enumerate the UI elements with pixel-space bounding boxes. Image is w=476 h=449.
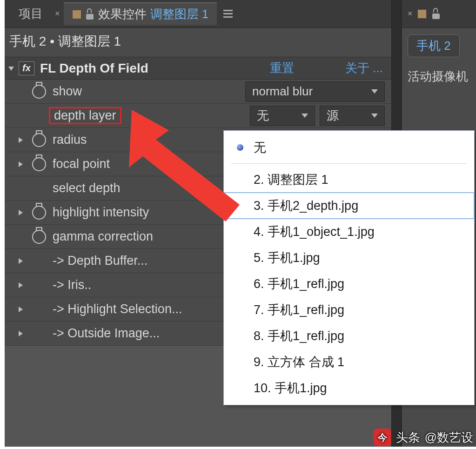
comp-icon (417, 9, 427, 19)
about-link[interactable]: 关于 ... (345, 60, 388, 76)
depth-source-dropdown[interactable]: 源 (320, 106, 385, 126)
popup-item[interactable]: 8. 手机1_refl.jpg (224, 323, 474, 349)
param-label: -> Outside Image... (53, 326, 160, 341)
tab-effects-label: 效果控件 (98, 6, 147, 22)
breadcrumb: 手机 2 • 调整图层 1 (5, 28, 391, 57)
expand-arrow-icon[interactable] (19, 307, 23, 312)
param-label: gamma correction (53, 229, 153, 244)
expand-arrow-icon[interactable] (19, 210, 23, 215)
selected-dot-icon (232, 144, 248, 151)
lock-icon (431, 8, 441, 20)
param-row-show[interactable]: shownormal blur (5, 80, 391, 104)
param-label: show (53, 84, 82, 99)
param-label: select depth (53, 181, 121, 195)
effects-panel: 项目 × 效果控件 调整图层 1 手机 2 • 调整图层 1 fx FL Dep… (5, 0, 391, 447)
param-label: focal point (53, 157, 110, 171)
popup-item-label: 8. 手机1_refl.jpg (248, 328, 344, 344)
stopwatch-icon[interactable] (32, 157, 46, 171)
popup-item-label: 7. 手机1_refl.jpg (248, 302, 344, 318)
stopwatch-icon (32, 109, 46, 123)
popup-item[interactable]: 9. 立方体 合成 1 (224, 349, 474, 375)
effect-name: FL Depth Of Field (40, 61, 148, 76)
param-row-depthlayer[interactable]: depth layer无源 (5, 104, 391, 128)
stopwatch-icon (32, 254, 46, 268)
stopwatch-icon[interactable] (32, 85, 46, 99)
popup-item-none[interactable]: 无 (224, 134, 474, 161)
popup-item[interactable]: 3. 手机2_depth.jpg (224, 193, 474, 219)
watermark-brand: 头条 (396, 429, 420, 446)
expand-arrow-icon (19, 89, 23, 94)
param-label: -> Iris.. (53, 278, 91, 292)
layer-dropdown-popup[interactable]: 无2. 调整图层 13. 手机2_depth.jpg4. 手机1_object_… (223, 130, 475, 405)
show-dropdown[interactable]: normal blur (245, 81, 385, 102)
expand-arrow-icon[interactable] (19, 161, 23, 167)
comp-icon (72, 10, 81, 19)
show-dropdown-value: normal blur (252, 84, 313, 99)
chevron-down-icon (302, 114, 308, 118)
popup-item-label: 3. 手机2_depth.jpg (248, 197, 358, 214)
popup-item[interactable]: 2. 调整图层 1 (224, 167, 474, 193)
popup-item[interactable]: 10. 手机1.jpg (224, 375, 474, 401)
tab-effects-target: 调整图层 1 (150, 6, 209, 22)
tab-project[interactable]: 项目 (10, 3, 51, 25)
popup-item-label: 6. 手机1_refl.jpg (248, 275, 344, 292)
param-label: radius (53, 133, 87, 147)
panel-tab-bar: 项目 × 效果控件 调整图层 1 (5, 0, 391, 28)
composition-tab[interactable]: 手机 2 (408, 34, 460, 57)
lock-icon (85, 8, 94, 20)
param-label: -> Highlight Selection... (53, 302, 182, 316)
right-tab-bar: × (402, 0, 476, 28)
popup-item-label: 9. 立方体 合成 1 (248, 354, 344, 370)
stopwatch-icon[interactable] (32, 206, 46, 220)
expand-arrow-icon (19, 234, 23, 240)
expand-arrow-icon[interactable] (19, 331, 23, 336)
right-tab-close-icon[interactable]: × (408, 9, 413, 19)
param-label: highlight intensity (53, 205, 149, 220)
fx-toggle-icon[interactable]: fx (19, 61, 34, 75)
popup-item[interactable]: 6. 手机1_refl.jpg (224, 271, 474, 297)
tab-close-icon[interactable]: × (55, 9, 60, 19)
chevron-down-icon (371, 89, 378, 94)
popup-item-label: 2. 调整图层 1 (248, 171, 329, 188)
expand-arrow-icon (19, 186, 23, 191)
expand-arrow-icon (19, 113, 23, 119)
composition-tab-label: 手机 2 (416, 38, 451, 54)
popup-separator (231, 163, 467, 164)
stopwatch-icon[interactable] (32, 133, 46, 147)
popup-item[interactable]: 7. 手机1_refl.jpg (224, 297, 474, 323)
stopwatch-icon[interactable] (32, 230, 46, 244)
expand-arrow-icon[interactable] (19, 258, 23, 264)
depth-source-value: 源 (327, 107, 339, 124)
stopwatch-icon (32, 327, 46, 341)
watermark-logo-icon: 今 (374, 429, 391, 446)
param-label: -> Depth Buffer... (53, 254, 147, 268)
effect-header[interactable]: fx FL Depth Of Field 重置 关于 ... (5, 57, 391, 80)
chevron-down-icon (371, 114, 378, 118)
expand-arrow-icon[interactable] (19, 137, 23, 143)
tab-effect-controls[interactable]: 效果控件 调整图层 1 (64, 2, 217, 25)
expand-arrow-icon[interactable] (19, 282, 23, 288)
watermark: 今 头条 @数艺设 (374, 429, 473, 446)
stopwatch-icon (32, 278, 46, 292)
watermark-handle: @数艺设 (425, 429, 473, 446)
stopwatch-icon (32, 181, 46, 195)
param-label: depth layer (49, 107, 121, 124)
panel-menu-icon[interactable] (223, 10, 233, 18)
depth-layer-value: 无 (257, 107, 269, 124)
active-camera-label: 活动摄像机 (408, 68, 470, 85)
popup-item-label: 4. 手机1_object_1.jpg (248, 223, 375, 240)
popup-item-label: 无 (248, 139, 266, 156)
popup-item-label: 10. 手机1.jpg (248, 380, 327, 396)
stopwatch-icon (32, 302, 46, 316)
popup-item[interactable]: 4. 手机1_object_1.jpg (224, 219, 474, 245)
popup-item-label: 5. 手机1.jpg (248, 249, 320, 266)
depth-layer-dropdown[interactable]: 无 (250, 106, 315, 126)
popup-item[interactable]: 5. 手机1.jpg (224, 245, 474, 271)
reset-link[interactable]: 重置 (251, 60, 294, 76)
tab-project-label: 项目 (19, 6, 43, 22)
disclose-icon[interactable] (8, 67, 14, 71)
